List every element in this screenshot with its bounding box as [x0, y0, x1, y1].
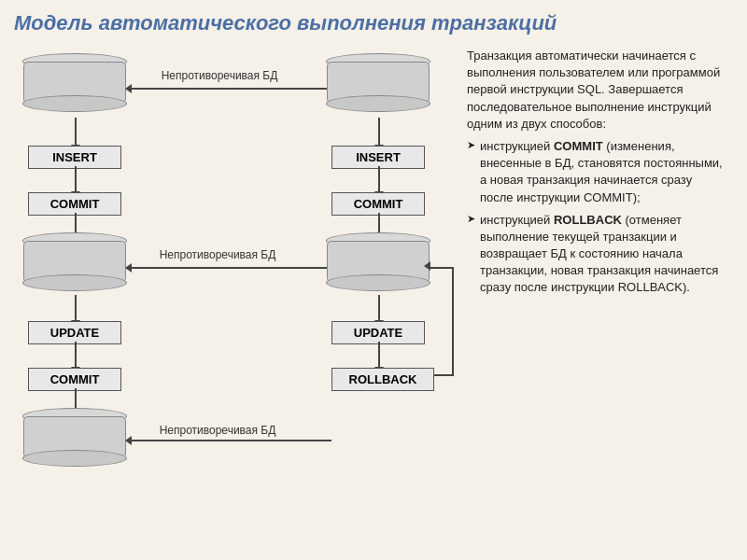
arrow-left-update-to-commit2	[75, 342, 77, 368]
arrow-right-insert-to-commit	[378, 166, 380, 192]
text-area: Транзакция автоматически начинается с вы…	[458, 43, 738, 556]
sql-box-rollback-right: ROLLBACK	[331, 368, 434, 391]
page-title: Модель автоматического выполнения транза…	[0, 0, 747, 43]
description-item2: инструкцией ROLLBACK (отменяет выполнени…	[467, 212, 728, 297]
rollback-left-line	[430, 267, 454, 269]
cylinder-right-1	[327, 62, 430, 104]
arrow-right-db2-to-update	[378, 295, 380, 321]
diagram-area: INSERT COMMIT UPDATE COMMIT	[9, 43, 458, 556]
cylinder-left-1	[23, 62, 126, 104]
arrow-top-horizontal	[131, 88, 327, 90]
cylinder-left-2	[23, 241, 126, 283]
rollback-up-line	[452, 267, 454, 376]
rollback-arrow-tip	[424, 261, 430, 271]
arrow-left-1-to-insert	[75, 118, 77, 146]
cylinder-right-2	[327, 241, 430, 283]
label-db-bot: Непротиворечивая БД	[157, 424, 278, 437]
rollback-right-line	[434, 374, 453, 376]
arrow-left-insert-to-commit	[75, 166, 77, 192]
description-intro: Транзакция автоматически начинается с вы…	[467, 48, 728, 133]
arrow-bot-horizontal	[131, 440, 331, 441]
arrow-right-1-to-insert	[378, 118, 380, 146]
description-item1: инструкцией COMMIT (изменения, внесенные…	[467, 138, 728, 206]
label-db-mid: Непротиворечивая БД	[157, 248, 278, 261]
cylinder-left-3	[23, 416, 126, 458]
arrow-mid-horizontal	[131, 267, 327, 269]
label-db-top: Непротиворечивая БД	[159, 69, 280, 82]
arrow-right-update-to-rollback	[378, 342, 380, 368]
arrow-left-db2-to-update	[75, 295, 77, 321]
